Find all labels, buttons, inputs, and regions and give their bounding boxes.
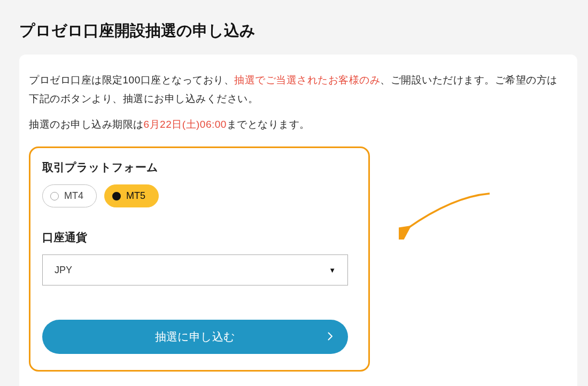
radio-circle-icon	[50, 192, 59, 200]
page-title: プロゼロ口座開設抽選の申し込み	[0, 0, 588, 55]
content-card: プロゼロ口座は限定100口座となっており、抽選でご当選されたお客様のみ、ご開設い…	[19, 55, 577, 386]
currency-label: 口座通貨	[42, 230, 357, 245]
description-text: プロゼロ口座は限定100口座となっており、抽選でご当選されたお客様のみ、ご開設い…	[29, 71, 564, 108]
radio-mt5[interactable]: MT5	[104, 184, 159, 207]
platform-label: 取引プラットフォーム	[42, 160, 357, 175]
deadline-suffix: までとなります。	[227, 119, 310, 130]
radio-mt4-label: MT4	[64, 190, 83, 202]
application-form: 取引プラットフォーム MT4 MT5 口座通貨 JPY ▼ 抽選に申し込む	[29, 146, 370, 372]
radio-mt5-label: MT5	[126, 190, 145, 202]
currency-select[interactable]: JPY ▼	[42, 254, 348, 285]
deadline-date: 6月22日(土)06:00	[144, 119, 227, 130]
radio-mt4[interactable]: MT4	[42, 184, 97, 207]
submit-button-label: 抽選に申し込む	[155, 329, 235, 344]
deadline-text: 抽選のお申し込み期限は6月22日(土)06:00までとなります。	[29, 118, 564, 132]
desc-highlight: 抽選でご当選されたお客様のみ	[234, 74, 380, 86]
submit-button[interactable]: 抽選に申し込む	[42, 320, 348, 354]
annotation-arrow-icon	[399, 186, 495, 240]
deadline-prefix: 抽選のお申し込み期限は	[29, 119, 144, 130]
currency-selected-value: JPY	[55, 265, 72, 276]
platform-radio-group: MT4 MT5	[42, 184, 357, 207]
chevron-right-icon	[328, 330, 333, 343]
desc-part1: プロゼロ口座は限定100口座となっており、	[29, 74, 234, 86]
chevron-down-icon: ▼	[329, 266, 336, 274]
radio-dot-icon	[112, 192, 121, 200]
page-container: プロゼロ口座開設抽選の申し込み プロゼロ口座は限定100口座となっており、抽選で…	[0, 0, 588, 386]
